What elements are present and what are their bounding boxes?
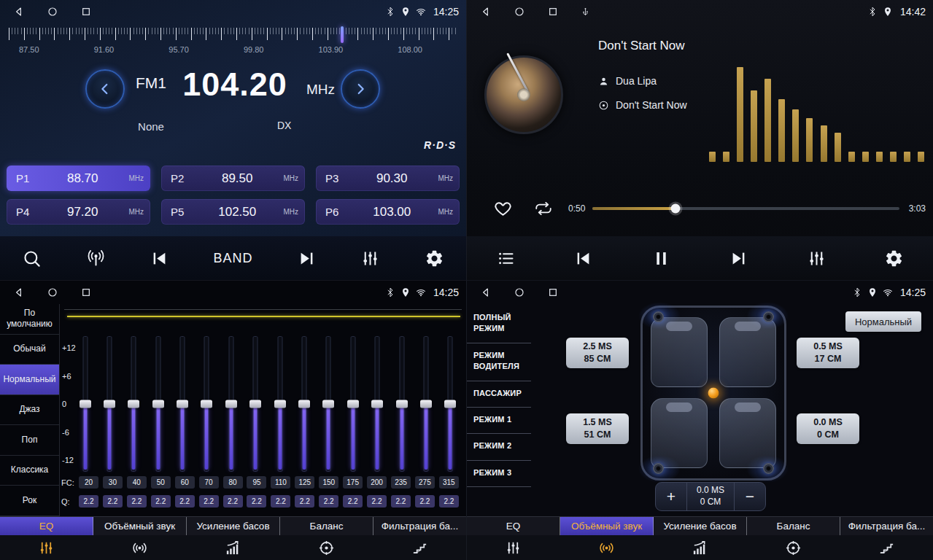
album-art[interactable]: [484, 55, 563, 134]
tab-crossover[interactable]: Фильтрация ба...: [373, 517, 466, 535]
slider-knob[interactable]: [322, 400, 334, 408]
tab-icon-eq[interactable]: [0, 535, 93, 560]
slider-knob[interactable]: [249, 400, 261, 408]
tab-eq[interactable]: EQ: [0, 517, 93, 535]
eq-band-slider[interactable]: [103, 336, 115, 472]
frequency-scale[interactable]: 87.5091.6095.7099.80103.90108.00: [7, 26, 457, 58]
slider-knob[interactable]: [104, 400, 115, 408]
back-icon[interactable]: [13, 287, 25, 298]
back-icon[interactable]: [480, 287, 492, 298]
slider-knob[interactable]: [80, 400, 91, 408]
delay-front-right-button[interactable]: 0.5 MS 17 CM: [797, 338, 859, 368]
band-button[interactable]: BAND: [213, 251, 252, 266]
eq-band-slider[interactable]: [225, 336, 237, 472]
decrease-button[interactable]: −: [735, 483, 765, 510]
increase-button[interactable]: +: [656, 483, 686, 510]
tune-up-button[interactable]: [341, 69, 380, 109]
speaker-rear-left-icon[interactable]: [653, 463, 664, 474]
home-icon[interactable]: [514, 6, 525, 18]
mode-item[interactable]: РЕЖИМ 1: [467, 408, 531, 434]
tab-icon-bass-boost[interactable]: [654, 535, 747, 560]
speaker-front-right-icon[interactable]: [763, 311, 774, 322]
mode-item[interactable]: РЕЖИМ ВОДИТЕЛЯ: [467, 343, 531, 381]
eq-preset-item[interactable]: Нормальный: [0, 365, 59, 395]
preset-button-p6[interactable]: P6103.00MHz: [316, 199, 460, 225]
eq-preset-item[interactable]: Поп: [0, 425, 59, 456]
tab-balance[interactable]: Баланс: [280, 517, 373, 535]
slider-knob[interactable]: [420, 400, 432, 408]
tab-surround[interactable]: Объёмный звук: [93, 517, 187, 535]
eq-band-slider[interactable]: [177, 336, 189, 472]
home-icon[interactable]: [47, 287, 58, 298]
eq-band-slider[interactable]: [128, 336, 140, 472]
favorite-heart-icon[interactable]: [493, 198, 513, 218]
scan-icon[interactable]: [22, 249, 42, 268]
tab-icon-crossover[interactable]: [373, 535, 466, 560]
slider-knob[interactable]: [201, 400, 212, 408]
tab-crossover[interactable]: Фильтрация ба...: [840, 517, 933, 535]
eq-band-slider[interactable]: [249, 336, 262, 472]
tab-icon-eq[interactable]: [467, 535, 560, 560]
slider-knob[interactable]: [274, 400, 286, 408]
speaker-front-left-icon[interactable]: [653, 311, 664, 322]
tab-eq[interactable]: EQ: [467, 517, 560, 535]
preset-button-p2[interactable]: P289.50MHz: [161, 166, 305, 191]
tab-bass-boost[interactable]: Усиление басов: [187, 517, 280, 535]
mode-item[interactable]: РЕЖИМ 2: [467, 434, 531, 460]
eq-band-slider[interactable]: [322, 336, 335, 472]
delay-rear-left-button[interactable]: 1.5 MS 51 CM: [566, 413, 629, 444]
slider-knob[interactable]: [152, 400, 164, 408]
tab-icon-balance[interactable]: [746, 535, 840, 560]
eq-band-slider[interactable]: [152, 336, 164, 472]
home-icon[interactable]: [47, 6, 58, 18]
eq-band-slider[interactable]: [79, 336, 91, 472]
eq-band-slider[interactable]: [201, 336, 213, 472]
eq-band-slider[interactable]: [444, 336, 457, 472]
previous-icon[interactable]: [150, 249, 169, 268]
slider-knob[interactable]: [177, 400, 188, 408]
delay-front-left-button[interactable]: 2.5 MS 85 CM: [566, 338, 629, 368]
eq-preset-item[interactable]: Рок: [0, 486, 59, 516]
preset-button-p4[interactable]: P497.20MHz: [7, 199, 150, 225]
tune-down-button[interactable]: [85, 69, 125, 109]
mode-item[interactable]: ПОЛНЫЙ РЕЖИМ: [467, 306, 531, 343]
home-icon[interactable]: [514, 287, 525, 298]
progress-bar[interactable]: [592, 207, 899, 210]
preset-button-p3[interactable]: P390.30MHz: [316, 166, 460, 191]
tab-icon-bass-boost[interactable]: [187, 535, 280, 560]
mode-item[interactable]: ПАССАЖИР: [467, 381, 531, 408]
listening-position-dot[interactable]: [708, 388, 719, 399]
progress-knob[interactable]: [670, 204, 680, 214]
eq-sliders-icon[interactable]: [807, 249, 826, 268]
tuning-indicator[interactable]: [341, 26, 344, 43]
eq-band-slider[interactable]: [395, 336, 408, 472]
recents-icon[interactable]: [80, 6, 92, 18]
tab-icon-balance[interactable]: [279, 535, 373, 560]
preset-button-p1[interactable]: P188.70MHz: [7, 166, 150, 191]
eq-band-slider[interactable]: [419, 336, 432, 472]
recents-icon[interactable]: [547, 287, 559, 298]
tab-surround[interactable]: Объёмный звук: [560, 517, 654, 535]
profile-button[interactable]: Нормальный: [845, 311, 921, 332]
pause-icon[interactable]: [651, 249, 671, 268]
playlist-icon[interactable]: [496, 249, 516, 268]
tab-bass-boost[interactable]: Усиление басов: [654, 517, 747, 535]
back-icon[interactable]: [480, 6, 492, 18]
tab-icon-surround[interactable]: [560, 535, 654, 560]
eq-band-slider[interactable]: [298, 336, 311, 472]
back-icon[interactable]: [13, 6, 25, 18]
speaker-rear-right-icon[interactable]: [763, 463, 774, 474]
slider-knob[interactable]: [444, 400, 456, 408]
eq-sliders-icon[interactable]: [360, 249, 380, 268]
eq-preset-item[interactable]: Джаз: [0, 395, 59, 426]
tab-icon-surround[interactable]: [93, 535, 187, 560]
preset-button-p5[interactable]: P5102.50MHz: [161, 199, 305, 225]
next-icon[interactable]: [297, 249, 317, 268]
slider-knob[interactable]: [347, 400, 359, 408]
recents-icon[interactable]: [547, 6, 559, 18]
slider-knob[interactable]: [225, 400, 237, 408]
slider-knob[interactable]: [396, 400, 408, 408]
eq-band-slider[interactable]: [347, 336, 359, 472]
recents-icon[interactable]: [80, 287, 92, 298]
tab-icon-crossover[interactable]: [840, 535, 933, 560]
